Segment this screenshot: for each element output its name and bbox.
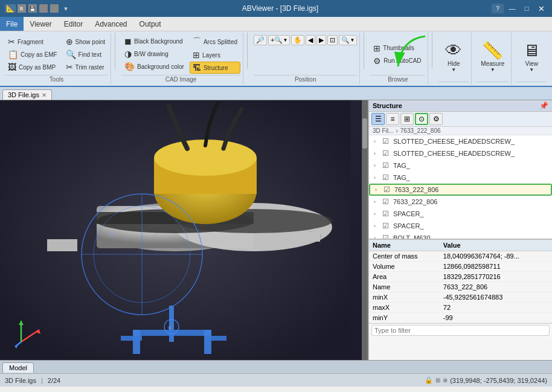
prop-value-0: 18,0409963674764; -89... (440, 251, 552, 262)
svg-rect-20 (133, 330, 211, 336)
snap-icon: ⊕ (443, 377, 448, 384)
ribbon-group-cad: ◼ Black Background ◑ B/W drawing 🎨 Backg… (119, 33, 243, 85)
background-color-button[interactable]: 🎨 Background color (121, 60, 187, 72)
flat-view-btn[interactable]: ≡ (386, 113, 399, 125)
expand-icon-0: › (374, 138, 382, 144)
tree-view-btn[interactable]: ☰ (371, 113, 385, 125)
find-text-button[interactable]: 🔍 Find text (63, 48, 108, 60)
fragment-button[interactable]: ✂ Fragment (5, 36, 60, 48)
copy-as-emf-button[interactable]: 📋 Copy as EMF (5, 48, 60, 60)
prop-value-3: 7633_222_806 (440, 282, 552, 292)
measure-icon: 📏 (482, 42, 503, 59)
prop-row-4: minX -45,9292561674883 (369, 292, 552, 303)
structure-button[interactable]: 🏗 Structure (190, 62, 240, 74)
zoom-fit-button[interactable]: 🔎 (254, 35, 267, 45)
col-value-header: Value (440, 240, 552, 251)
statusbar-separator: | (41, 377, 43, 384)
help-icon[interactable]: ? (492, 4, 504, 13)
show-point-icon: ⊕ (66, 37, 73, 47)
tree-item-5[interactable]: › ☑ 7633_222_806 (369, 196, 552, 208)
close-tab-icon[interactable]: ✕ (42, 92, 47, 98)
measure-dropdown-arrow[interactable]: ▼ (490, 67, 495, 72)
bw-drawing-button[interactable]: ◑ B/W drawing (121, 48, 187, 60)
tree-item-0[interactable]: › ☑ SLOTTED_CHEESE_HEADEDSCREW_ (369, 135, 552, 147)
check-icon-8[interactable]: ☑ (382, 234, 392, 239)
panel-pin-icon[interactable]: 📌 (539, 101, 548, 110)
selected-item-btn[interactable]: ⊙ (415, 113, 428, 125)
viewport-scrollbar[interactable] (362, 100, 368, 360)
check-icon-6[interactable]: ☑ (382, 210, 392, 218)
prop-name-3: Name (369, 282, 440, 292)
tree-view[interactable]: › ☑ SLOTTED_CHEESE_HEADEDSCREW_ › ☑ SLOT… (369, 135, 552, 239)
expand-all-btn[interactable]: ⊞ (400, 113, 414, 125)
fit-button[interactable]: ⊡ (327, 35, 338, 45)
breadcrumb-bar: 3D Fil... › 7633_222_806 (369, 127, 552, 135)
structure-panel: Structure 📌 ☰ ≡ ⊞ ⊙ ⚙ 3D Fil... › 7633_2… (369, 100, 552, 239)
prop-name-1: Volume (369, 262, 440, 272)
copy-as-bmp-button[interactable]: 🖼 Copy as BMP (5, 61, 60, 73)
find-text-icon: 🔍 (66, 50, 76, 59)
tree-item-6[interactable]: › ☑ SPACER_ (369, 208, 552, 220)
prop-row-6: minY -99 (369, 313, 552, 323)
hide-button[interactable]: 👁 Hide ▼ (438, 34, 469, 80)
3d-object-svg: r2 φ (0, 100, 350, 360)
filter-bar (369, 323, 552, 337)
axis-indicator (12, 318, 42, 348)
grid-icon: ⊞ (435, 377, 440, 384)
show-point-button[interactable]: ⊕ Show point (63, 36, 108, 48)
next-button[interactable]: ▶ (316, 35, 326, 45)
check-icon-5[interactable]: ☑ (382, 198, 392, 206)
filter-input[interactable] (371, 325, 550, 336)
prop-row-5: maxX 72 (369, 303, 552, 313)
layers-button[interactable]: ⊞ Layers (190, 49, 240, 61)
settings-btn[interactable]: ⚙ (429, 113, 443, 125)
quick-access-arrow[interactable]: ▼ (63, 5, 69, 12)
measure-group-label (477, 82, 509, 83)
measure-button[interactable]: 📏 Measure ▼ (477, 34, 509, 80)
tree-item-4[interactable]: › ☑ 7633_222_806 (369, 184, 552, 196)
minimize-button[interactable]: — (506, 4, 518, 13)
maximize-button[interactable]: □ (521, 4, 533, 13)
window-controls: ? — □ ✕ (492, 4, 547, 13)
prop-value-2: 18329,2851770216 (440, 272, 552, 282)
position-group-label: Position (254, 75, 357, 83)
black-background-button[interactable]: ◼ Black Background (121, 35, 187, 47)
view-button[interactable]: 🖥 View ▼ (516, 34, 547, 80)
close-button[interactable]: ✕ (535, 4, 547, 13)
trim-raster-button[interactable]: ✂ Trim raster (63, 61, 108, 73)
pan-button[interactable]: ✋ (291, 35, 304, 45)
doc-tab-3dfile[interactable]: 3D File.igs ✕ (2, 89, 52, 100)
toolbar-icon-3 (39, 4, 48, 13)
run-autocad-button[interactable]: ⚙ Run AutoCAD (370, 55, 425, 67)
view-dropdown-arrow[interactable]: ▼ (529, 67, 534, 72)
menu-file[interactable]: File (0, 17, 24, 31)
tree-item-7[interactable]: › ☑ SPACER_ (369, 220, 552, 232)
prop-name-4: minX (369, 292, 440, 303)
check-icon-3[interactable]: ☑ (382, 173, 392, 182)
menu-advanced[interactable]: Advanced (89, 17, 133, 31)
check-icon-7[interactable]: ☑ (382, 222, 392, 230)
hide-dropdown-arrow[interactable]: ▼ (451, 67, 456, 72)
menu-output[interactable]: Output (133, 17, 167, 31)
tree-item-8[interactable]: › ☑ BOLT_M630 (369, 232, 552, 239)
menu-viewer[interactable]: Viewer (24, 17, 57, 31)
zoom-in-button[interactable]: +🔍 ▼ (268, 35, 290, 45)
thumbnails-button[interactable]: ⊞ Thumbnails (370, 42, 425, 54)
check-icon-0[interactable]: ☑ (382, 137, 392, 146)
menu-editor[interactable]: Editor (58, 17, 89, 31)
zoom-select-icon: 🔍 (341, 36, 350, 44)
tree-item-1[interactable]: › ☑ SLOTTED_CHEESE_HEADEDSCREW_ (369, 147, 552, 159)
statusbar-filename: 3D File.igs (5, 377, 36, 384)
viewport-3d[interactable]: r2 φ (0, 100, 368, 360)
expand-icon-8: › (374, 235, 382, 239)
prev-button[interactable]: ◀ (306, 35, 315, 45)
model-tab[interactable]: Model (2, 362, 34, 373)
zoom-select-button[interactable]: 🔍 ▼ (339, 35, 357, 45)
check-icon-1[interactable]: ☑ (382, 149, 392, 158)
check-icon-2[interactable]: ☑ (382, 161, 392, 170)
svg-rect-14 (47, 239, 77, 251)
tree-item-3[interactable]: › ☑ TAG_ (369, 172, 552, 184)
arcs-splitted-button[interactable]: ⌒ Arcs Splitted (190, 35, 240, 48)
tree-item-2[interactable]: › ☑ TAG_ (369, 159, 552, 172)
check-icon-4[interactable]: ☑ (384, 185, 393, 194)
